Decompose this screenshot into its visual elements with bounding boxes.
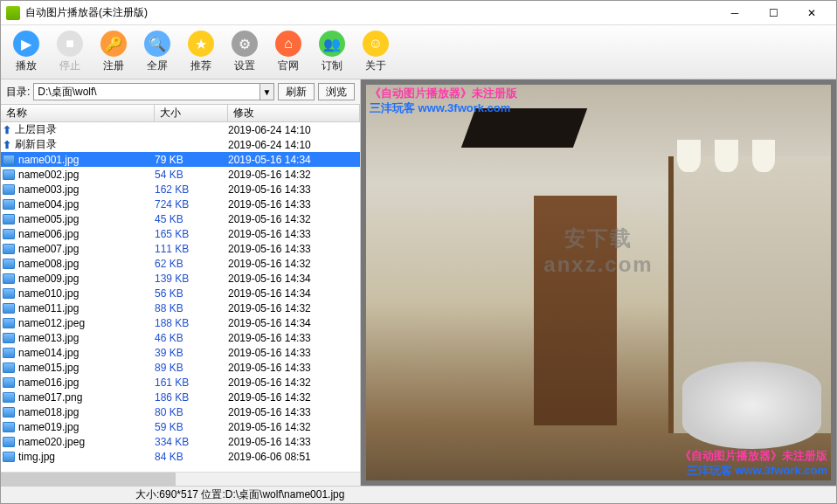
toolbtn-about[interactable]: ☺关于 [357, 29, 394, 75]
file-row[interactable]: name005.jpg45 KB2019-05-16 14:32 [1, 211, 360, 226]
horizontal-scrollbar[interactable] [1, 472, 360, 486]
image-file-icon [3, 184, 15, 195]
file-row[interactable]: name009.jpg139 KB2019-05-16 14:34 [1, 271, 360, 286]
path-label: 目录: [6, 85, 30, 100]
col-modified[interactable]: 修改 [228, 105, 360, 121]
watermark-top: 《自动图片播放器》未注册版 三沣玩客 www.3fwork.com [370, 86, 517, 116]
close-button[interactable]: ✕ [792, 1, 831, 25]
image-file-icon [3, 214, 15, 224]
stop-label: 停止 [59, 59, 80, 73]
file-row[interactable]: name006.jpg165 KB2019-05-16 14:33 [1, 226, 360, 241]
fullscreen-icon: 🔍 [144, 31, 170, 57]
image-file-icon [3, 199, 15, 210]
app-icon [6, 6, 20, 20]
image-file-icon [3, 318, 15, 328]
file-row[interactable]: name008.jpg62 KB2019-05-16 14:32 [1, 256, 360, 271]
center-watermark: 安下载anxz.com [543, 224, 653, 277]
file-row[interactable]: name016.jpg161 KB2019-05-16 14:32 [1, 375, 360, 390]
path-bar: 目录: ▼ 刷新 浏览 [1, 79, 360, 105]
file-row[interactable]: name018.jpg80 KB2019-05-16 14:33 [1, 404, 360, 419]
window-title: 自动图片播放器(未注册版) [25, 5, 716, 20]
about-icon: ☺ [363, 31, 389, 57]
file-row[interactable]: name013.jpg46 KB2019-05-16 14:33 [1, 330, 360, 345]
recommend-icon: ★ [188, 31, 214, 57]
toolbtn-fullscreen[interactable]: 🔍全屏 [139, 29, 176, 75]
image-preview[interactable]: 《自动图片播放器》未注册版 三沣玩客 www.3fwork.com 安下载anx… [366, 85, 831, 480]
image-file-icon [3, 437, 15, 447]
refresh-button[interactable]: 刷新 [278, 83, 315, 100]
up-arrow-icon: ⬆ [3, 139, 11, 151]
file-row[interactable]: name014.jpg39 KB2019-05-16 14:33 [1, 345, 360, 360]
image-file-icon [3, 288, 15, 299]
settings-icon: ⚙ [232, 31, 258, 57]
image-file-icon [3, 377, 15, 388]
path-input[interactable] [33, 83, 260, 100]
dir-row[interactable]: ⬆刷新目录2019-06-24 14:10 [1, 137, 360, 152]
list-header: 名称 大小 修改 [1, 105, 360, 122]
image-file-icon [3, 273, 15, 284]
file-list[interactable]: ⬆上层目录2019-06-24 14:10⬆刷新目录2019-06-24 14:… [1, 122, 360, 472]
settings-label: 设置 [234, 59, 255, 73]
file-row[interactable]: name007.jpg111 KB2019-05-16 14:33 [1, 241, 360, 256]
path-combo[interactable]: ▼ [33, 83, 274, 100]
toolbar: ▶播放■停止🔑注册🔍全屏★推荐⚙设置⌂官网👥订制☺关于 [1, 25, 836, 79]
toolbtn-play[interactable]: ▶播放 [8, 29, 45, 75]
file-row[interactable]: name004.jpg724 KB2019-05-16 14:33 [1, 197, 360, 211]
recommend-label: 推荐 [190, 59, 211, 73]
image-file-icon [3, 229, 15, 239]
image-file-icon [3, 244, 15, 254]
toolbtn-website[interactable]: ⌂官网 [270, 29, 307, 75]
watermark-bottom: 《自动图片播放器》未注册版 三沣玩客 www.3fwork.com [680, 449, 827, 479]
file-row[interactable]: name020.jpeg334 KB2019-05-16 14:33 [1, 434, 360, 449]
titlebar: 自动图片播放器(未注册版) ─ ☐ ✕ [1, 1, 836, 25]
file-row[interactable]: name003.jpg162 KB2019-05-16 14:33 [1, 182, 360, 197]
col-name[interactable]: 名称 [1, 105, 155, 121]
browse-button[interactable]: 浏览 [318, 83, 355, 100]
file-row[interactable]: timg.jpg84 KB2019-06-06 08:51 [1, 449, 360, 464]
play-label: 播放 [16, 59, 37, 73]
image-file-icon [3, 348, 15, 358]
file-row[interactable]: name019.jpg59 KB2019-05-16 14:32 [1, 419, 360, 434]
file-row[interactable]: name015.jpg89 KB2019-05-16 14:33 [1, 360, 360, 375]
stop-icon: ■ [57, 31, 83, 57]
file-row[interactable]: name001.jpg79 KB2019-05-16 14:34 [1, 152, 360, 167]
image-file-icon [3, 407, 15, 418]
toolbtn-recommend[interactable]: ★推荐 [183, 29, 219, 75]
status-info: 大小:690*517 位置:D:\桌面\wolf\name001.jpg [135, 487, 344, 502]
fullscreen-label: 全屏 [147, 59, 168, 73]
image-file-icon [3, 422, 15, 432]
about-label: 关于 [365, 59, 386, 73]
play-icon: ▶ [13, 31, 39, 57]
register-icon: 🔑 [100, 31, 127, 57]
minimize-button[interactable]: ─ [716, 1, 754, 25]
image-file-icon [3, 452, 15, 462]
website-icon: ⌂ [275, 31, 301, 57]
maximize-button[interactable]: ☐ [754, 1, 792, 25]
custom-icon: 👥 [319, 31, 345, 57]
image-file-icon [3, 169, 15, 180]
file-row[interactable]: name011.jpg88 KB2019-05-16 14:32 [1, 300, 360, 315]
toolbtn-custom[interactable]: 👥订制 [314, 29, 350, 75]
toolbtn-register[interactable]: 🔑注册 [95, 29, 132, 75]
file-row[interactable]: name012.jpeg188 KB2019-05-16 14:34 [1, 315, 360, 330]
image-file-icon [3, 155, 15, 165]
file-panel: 目录: ▼ 刷新 浏览 名称 大小 修改 ⬆上层目录2019-06-24 14:… [1, 79, 361, 486]
file-row[interactable]: name017.png186 KB2019-05-16 14:32 [1, 390, 360, 404]
image-file-icon [3, 333, 15, 343]
image-file-icon [3, 392, 15, 403]
up-arrow-icon: ⬆ [3, 124, 11, 136]
image-file-icon [3, 362, 15, 373]
col-size[interactable]: 大小 [155, 105, 228, 121]
image-file-icon [3, 303, 15, 314]
file-row[interactable]: name010.jpg56 KB2019-05-16 14:34 [1, 286, 360, 300]
custom-label: 订制 [322, 59, 342, 73]
file-row[interactable]: name002.jpg54 KB2019-05-16 14:32 [1, 167, 360, 182]
path-dropdown-icon[interactable]: ▼ [260, 83, 274, 100]
register-label: 注册 [103, 59, 124, 73]
toolbtn-stop: ■停止 [52, 29, 88, 75]
website-label: 官网 [278, 59, 299, 73]
preview-panel: 《自动图片播放器》未注册版 三沣玩客 www.3fwork.com 安下载anx… [361, 79, 836, 486]
dir-row[interactable]: ⬆上层目录2019-06-24 14:10 [1, 122, 360, 137]
toolbtn-settings[interactable]: ⚙设置 [226, 29, 263, 75]
image-file-icon [3, 259, 15, 269]
